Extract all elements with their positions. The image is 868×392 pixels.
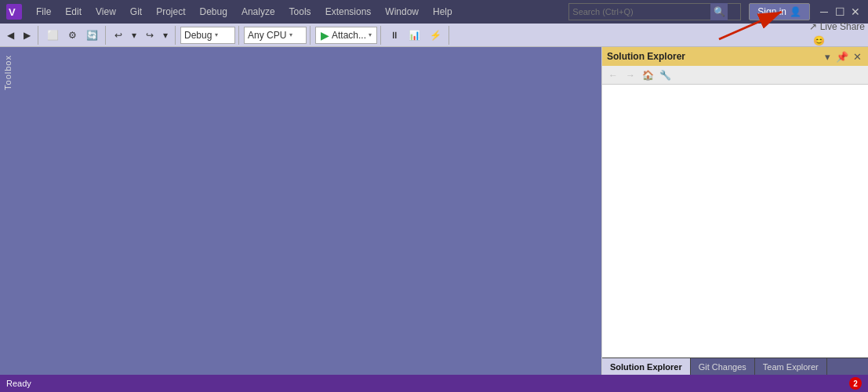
- se-dropdown-button[interactable]: ▾: [821, 50, 833, 63]
- back-button[interactable]: ◀: [3, 27, 18, 44]
- solution-build-button[interactable]: ⚙: [64, 27, 81, 44]
- forward-button[interactable]: ▶: [20, 27, 35, 44]
- search-icon-button[interactable]: 🔍: [710, 3, 728, 20]
- notification-badge[interactable]: 2: [849, 377, 862, 390]
- redo-dropdown[interactable]: ▾: [159, 27, 172, 44]
- redo-button[interactable]: ↪: [142, 27, 158, 44]
- search-box: 🔍: [568, 3, 741, 20]
- live-share-label: Live Share: [820, 21, 865, 32]
- search-input[interactable]: [569, 5, 710, 18]
- se-back-button[interactable]: ←: [605, 67, 621, 83]
- tab-solution-explorer[interactable]: Solution Explorer: [602, 358, 691, 375]
- cpu-dropdown-arrow: ▾: [289, 31, 292, 38]
- attach-group: ▶ Attach... ▾: [315, 26, 381, 45]
- se-window-controls: ▾ 📌 ✕: [821, 50, 863, 63]
- toolbox-panel[interactable]: Toolbox: [0, 47, 16, 375]
- undo-redo-group: ↩ ▾ ↪ ▾: [111, 26, 176, 45]
- sign-in-button[interactable]: Sign in 👤: [749, 3, 810, 20]
- solution-explorer-title: Solution Explorer: [607, 51, 685, 62]
- cpu-dropdown-group: Any CPU ▾: [244, 26, 311, 45]
- solution-explorer-panel: Solution Explorer ▾ 📌 ✕ ← → 🏠 🔧 Solution…: [601, 47, 868, 375]
- debug-config-label: Debug: [184, 30, 212, 41]
- menu-extensions[interactable]: Extensions: [319, 5, 378, 19]
- se-close-button[interactable]: ✕: [851, 50, 863, 63]
- vs-logo: V: [6, 4, 22, 20]
- menu-git[interactable]: Git: [124, 5, 148, 19]
- status-text: Ready: [6, 379, 31, 388]
- status-bar: Ready 2: [0, 375, 868, 392]
- breakpoints-button[interactable]: ⏸: [386, 27, 403, 44]
- menu-help[interactable]: Help: [427, 5, 459, 19]
- attach-button[interactable]: ▶ Attach... ▾: [315, 27, 377, 44]
- close-button[interactable]: ✕: [849, 5, 862, 18]
- se-pin-button[interactable]: 📌: [836, 50, 848, 63]
- window-controls: ─ ☐ ✕: [818, 5, 862, 18]
- cpu-label: Any CPU: [248, 30, 286, 41]
- cpu-dropdown[interactable]: Any CPU ▾: [244, 27, 307, 44]
- menu-tools[interactable]: Tools: [283, 5, 318, 19]
- attach-label: Attach...: [332, 30, 366, 41]
- live-share-icon: ↗: [809, 21, 817, 32]
- minimize-button[interactable]: ─: [818, 5, 830, 18]
- undo-button[interactable]: ↩: [111, 27, 126, 44]
- nav-toolbar-group: ◀ ▶: [3, 26, 38, 45]
- live-share-area: ↗ Live Share 😊: [809, 21, 865, 49]
- menu-window[interactable]: Window: [379, 5, 425, 19]
- svg-text:V: V: [9, 6, 16, 18]
- main-area: Toolbox Solution Explorer ▾ 📌 ✕ ← → 🏠 🔧 …: [0, 47, 868, 375]
- solution-explorer-content: [602, 85, 868, 358]
- solution-explorer-toolbar: ← → 🏠 🔧: [602, 66, 868, 85]
- menu-debug[interactable]: Debug: [194, 5, 234, 19]
- menu-project[interactable]: Project: [150, 5, 191, 19]
- extra-toolbar-group: ⏸ 📊 ⚡: [386, 26, 449, 45]
- se-wrench-button[interactable]: 🔧: [657, 67, 673, 83]
- menu-analyze[interactable]: Analyze: [235, 5, 281, 19]
- sign-in-label: Sign in: [757, 6, 786, 17]
- debug-dropdown-arrow: ▾: [215, 31, 218, 38]
- toolbar-extra-btn[interactable]: ⚡: [426, 27, 445, 44]
- toolbar: ◀ ▶ ⬜ ⚙ 🔄 ↩ ▾ ↪ ▾ Debug ▾ Any CPU ▾ ▶ At…: [0, 24, 868, 47]
- person-icon: 👤: [790, 6, 801, 17]
- live-share-button[interactable]: ↗ Live Share: [809, 21, 865, 32]
- play-icon: ▶: [321, 29, 329, 42]
- menu-file[interactable]: File: [30, 5, 57, 19]
- se-home-button[interactable]: 🏠: [640, 67, 656, 83]
- debug-config-dropdown[interactable]: Debug ▾: [180, 27, 235, 44]
- se-forward-button[interactable]: →: [623, 67, 638, 83]
- editor-area[interactable]: [16, 47, 601, 375]
- menu-edit[interactable]: Edit: [59, 5, 88, 19]
- tab-git-changes[interactable]: Git Changes: [691, 358, 755, 375]
- maximize-button[interactable]: ☐: [833, 5, 846, 18]
- solution-explorer-titlebar: Solution Explorer ▾ 📌 ✕: [602, 47, 868, 66]
- tab-team-explorer[interactable]: Team Explorer: [755, 358, 827, 375]
- solution-explorer-tabs: Solution Explorer Git Changes Team Explo…: [602, 358, 868, 375]
- debug-config-group: Debug ▾: [180, 26, 239, 45]
- undo-dropdown[interactable]: ▾: [128, 27, 140, 44]
- solution-config-button[interactable]: ⬜: [43, 27, 63, 44]
- build-toolbar-group: ⬜ ⚙ 🔄: [43, 26, 106, 45]
- menu-bar: File Edit View Git Project Debug Analyze…: [30, 5, 561, 19]
- sign-in-area: Sign in 👤: [749, 3, 810, 20]
- title-bar: V File Edit View Git Project Debug Analy…: [0, 0, 868, 24]
- solution-rebuild-button[interactable]: 🔄: [82, 27, 102, 44]
- menu-view[interactable]: View: [89, 5, 122, 19]
- attach-dropdown-arrow: ▾: [369, 31, 372, 38]
- diagnostic-button[interactable]: 📊: [405, 27, 424, 44]
- toolbox-label: Toolbox: [3, 55, 13, 90]
